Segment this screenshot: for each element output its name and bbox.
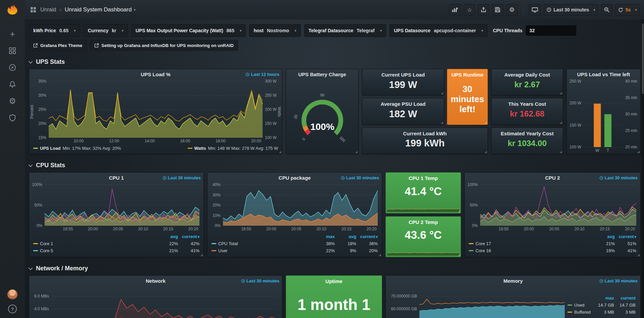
y-axis-tick: 4.0 MBs xyxy=(29,307,49,311)
memory-chart: 70.000000 GB60.000000 GB50.000000 GB xyxy=(386,286,567,318)
grafana-logo-icon[interactable] xyxy=(6,3,18,17)
stat-title[interactable]: Current UPS Load xyxy=(381,72,425,78)
server-admin-shield-icon[interactable] xyxy=(5,110,20,125)
stat-value: 199 kWh xyxy=(405,138,445,152)
zoom-out-button[interactable] xyxy=(601,4,612,15)
legend-item[interactable]: Watts Min: 148 W Max: 278 W Avg: 175 W xyxy=(188,146,278,151)
section-cpu-stats[interactable]: CPU Stats xyxy=(30,161,641,170)
panel-title-ups-load[interactable]: UPS Load % Last 12 hours xyxy=(29,69,282,79)
panel-title-cpu-package[interactable]: CPU package Last 30 minutes xyxy=(208,173,382,183)
panel-title-cpu2[interactable]: CPU 2 Last 30 minutes xyxy=(465,173,640,183)
add-panel-button[interactable] xyxy=(449,4,461,15)
legend-item[interactable]: Core 16 19% 41% xyxy=(469,247,636,254)
y-axis-tick: 35% xyxy=(29,79,46,84)
panel-ups-load-vs-time-left: UPS Load vs Time left WT250 W200 W150 W1… xyxy=(566,69,641,154)
stat-title[interactable]: Estimated Yearly Cost xyxy=(501,131,553,136)
legend-item[interactable]: User 22% 9% 20% xyxy=(212,247,378,254)
panel-title-memory[interactable]: Memory Last 30 minutes xyxy=(386,276,640,286)
chevron-down-icon[interactable]: ▾ xyxy=(134,8,136,12)
legend-item[interactable]: Core 5 21% 41% xyxy=(33,247,199,254)
stat-value: kr 2.67 xyxy=(514,80,540,93)
stat-value: 199 W xyxy=(389,79,417,94)
dashboards-icon[interactable] xyxy=(5,43,20,58)
variable-host[interactable]: host Nostromo ▾ xyxy=(249,24,301,37)
configuration-gear-icon[interactable]: ⚙ xyxy=(5,94,20,108)
section-ups-stats[interactable]: UPS Stats xyxy=(30,57,641,66)
panel-title-battery[interactable]: UPS Battery Charge xyxy=(286,69,358,79)
panel-title-cpu1[interactable]: CPU 1 Last 30 minutes xyxy=(29,173,203,183)
create-plus-icon[interactable]: + xyxy=(5,27,20,41)
cpu2-chart: 100%50%0%19:5520:0020:0520:1020:1520:20 xyxy=(465,183,640,232)
link-ups-monitoring-guide[interactable]: Setting up Grafana and InfluxDB for UPS … xyxy=(90,40,238,51)
link-grafana-plex-theme[interactable]: Grafana Plex Theme xyxy=(29,40,87,51)
stat-title[interactable]: Average Daily Cost xyxy=(504,72,550,78)
stat-value: kr 162.68 xyxy=(510,109,545,122)
stat-title[interactable]: UPS Runtime xyxy=(451,72,483,78)
stat-title[interactable]: CPU 1 Temp xyxy=(409,175,438,181)
cpu-panels-row: CPU 1 Last 30 minutes 100%50%0%19:5520:0… xyxy=(29,172,641,257)
section-network-memory[interactable]: Network / Memory xyxy=(30,264,641,273)
panel-title-network[interactable]: Network Last 30 minutes xyxy=(29,276,282,286)
legend-header: avg current▾ xyxy=(469,233,636,240)
variable-ups-datasource[interactable]: UPS Datasource apcupsd-container ▾ xyxy=(389,24,488,37)
x-axis-tick: 20:00 xyxy=(261,227,281,231)
stat-value: 43.6 °C xyxy=(405,229,442,241)
variable-kwh-price[interactable]: kWh Price 0.65 ▾ xyxy=(29,24,80,37)
series-dash-icon xyxy=(33,243,38,244)
legend-item[interactable]: Buffered 3 MB 3 MB xyxy=(567,309,636,316)
legend-header: avg current▾ xyxy=(33,233,199,240)
variable-ups-max-output[interactable]: UPS Max Output Power Capacity (Watt) 865… xyxy=(131,24,246,37)
time-range-picker[interactable]: Last 30 minutes ▾ xyxy=(544,4,598,15)
svg-text:0: 0 xyxy=(301,137,306,141)
legend-item[interactable]: Core 1 22% 42% xyxy=(33,240,199,247)
legend-item[interactable]: Used 14.7 GB 14.7 GB xyxy=(567,302,636,309)
cpu1-legend: avg current▾ Core 1 22% 42% Core 5 xyxy=(29,232,203,257)
variable-currency[interactable]: Currency kr ▾ xyxy=(83,24,128,37)
time-override-badge: Last 30 minutes xyxy=(341,175,379,180)
svg-text:20: 20 xyxy=(293,114,298,120)
x-axis-tick: 20:10 xyxy=(133,227,153,231)
legend-item[interactable]: UPS Load Min: 17% Max: 32% Avg: 20% xyxy=(33,146,121,151)
user-avatar[interactable] xyxy=(7,289,18,300)
scrollbar-thumb[interactable] xyxy=(642,24,644,94)
panel-average-daily-cost: Average Daily Cost kr 2.67 xyxy=(491,69,563,95)
legend-header: max current xyxy=(567,294,636,302)
stat-title[interactable]: This Years Cost xyxy=(508,101,546,107)
panel-network: Network Last 30 minutes 6.0 MBs4.0 MBs2.… xyxy=(29,275,282,318)
breadcrumb-dashboard-title[interactable]: Unraid System Dashboard xyxy=(65,6,132,13)
y2-axis-tick: 300 W xyxy=(265,79,277,84)
panel-ups-load: UPS Load % Last 12 hours 35%30%25%20%15%… xyxy=(29,69,282,154)
y2-axis-tick: 25 min xyxy=(625,128,637,133)
panel-average-psu-load: Average PSU Load 182 W xyxy=(362,98,444,125)
y-axis-tick: 0% xyxy=(29,223,42,228)
sort-caret-icon: ▾ xyxy=(634,235,636,239)
breadcrumb-folder[interactable]: Unraid xyxy=(40,7,56,13)
panel-title-load-vs-time[interactable]: UPS Load vs Time left xyxy=(567,69,640,79)
help-icon[interactable]: ? xyxy=(8,305,17,313)
stat-title[interactable]: Current Load kWh xyxy=(403,131,447,136)
bar-label: T xyxy=(598,148,618,153)
x-axis-tick: 12:00 xyxy=(104,139,124,143)
legend-item[interactable]: Core 17 21% 51% xyxy=(469,240,636,247)
cycle-view-tv-button[interactable] xyxy=(529,4,541,15)
refresh-picker[interactable]: 5s ▾ xyxy=(615,4,640,15)
dashboard-content: kWh Price 0.65 ▾ Currency kr ▾ UPS Max O… xyxy=(25,0,644,318)
page-scrollbar[interactable] xyxy=(642,19,644,318)
legend-item[interactable]: CPU Total 38% 18% 36% xyxy=(212,240,378,247)
share-dashboard-button[interactable] xyxy=(478,4,489,15)
stat-title[interactable]: CPU 2 Temp xyxy=(409,219,438,225)
alerting-bell-icon[interactable] xyxy=(5,77,20,92)
stat-title[interactable]: Average PSU Load xyxy=(381,101,426,107)
stat-value: 30 minutes left! xyxy=(447,84,488,118)
explore-compass-icon[interactable] xyxy=(5,60,20,75)
cpu-threads-input[interactable] xyxy=(526,26,576,36)
y2-axis-label: Watts xyxy=(277,107,282,117)
dashboard-settings-gear-button[interactable]: ⚙ xyxy=(506,4,517,15)
panel-memory: Memory Last 30 minutes 70.000000 GB60.00… xyxy=(385,275,641,318)
variable-telegraf-datasource[interactable]: Telegraf Datasource Telegraf ▾ xyxy=(304,24,386,37)
save-dashboard-button[interactable] xyxy=(492,4,503,15)
stat-title[interactable]: Uptime xyxy=(325,278,342,284)
series-dash-icon xyxy=(33,148,38,149)
star-dashboard-button[interactable]: ☆ xyxy=(464,4,475,15)
template-variables-row: kWh Price 0.65 ▾ Currency kr ▾ UPS Max O… xyxy=(29,24,641,37)
